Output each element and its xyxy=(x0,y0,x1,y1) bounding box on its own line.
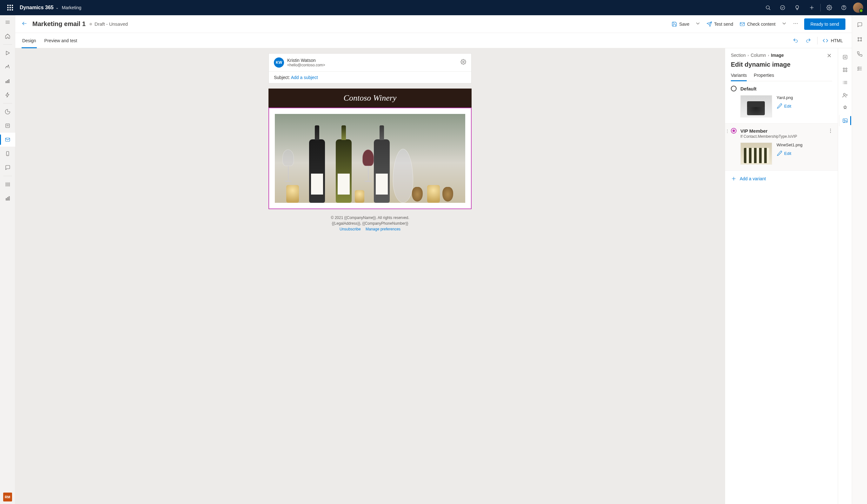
sender-avatar: KW xyxy=(274,57,284,68)
toolbox-styles-icon[interactable] xyxy=(839,102,851,114)
tab-row: Design Preview and test HTML xyxy=(15,33,852,48)
help-icon[interactable] xyxy=(836,0,851,15)
app-badge[interactable]: RM xyxy=(3,493,12,502)
svg-point-48 xyxy=(843,71,845,72)
property-panel: Section › Column › Image Edit dynamic im… xyxy=(725,48,838,504)
svg-point-5 xyxy=(828,7,830,9)
home-icon[interactable] xyxy=(0,29,15,43)
svg-point-56 xyxy=(843,93,845,95)
svg-point-35 xyxy=(463,61,464,63)
banner-title: Contoso Winery xyxy=(344,93,397,103)
svg-rect-27 xyxy=(9,196,9,200)
manage-preferences-link[interactable]: Manage preferences xyxy=(366,227,400,232)
separator xyxy=(820,4,821,11)
nav-play-icon[interactable] xyxy=(0,46,15,60)
svg-point-55 xyxy=(843,84,844,84)
toolbox-add-icon[interactable] xyxy=(839,51,851,63)
variant-radio[interactable] xyxy=(731,128,737,133)
sender-settings-gear-icon[interactable] xyxy=(460,59,466,66)
toolbox-sections-icon[interactable] xyxy=(839,64,851,76)
global-nav-bar: Dynamics 365 ⌄ Marketing xyxy=(0,0,867,15)
phone-icon[interactable] xyxy=(853,47,866,60)
nav-chat-icon[interactable] xyxy=(0,161,15,174)
svg-point-39 xyxy=(830,130,831,131)
variant-vip-member[interactable]: ⋮⋮ VIP Member If Contact.MembershipType.… xyxy=(725,124,838,171)
subject-placeholder-link[interactable]: Add a subject xyxy=(291,75,318,80)
html-toggle-button[interactable]: HTML xyxy=(820,38,845,43)
nav-journeys-icon[interactable] xyxy=(0,60,15,74)
svg-rect-59 xyxy=(843,119,847,122)
nav-library-icon[interactable] xyxy=(0,178,15,191)
nav-reports-icon[interactable] xyxy=(0,191,15,205)
email-banner[interactable]: Contoso Winery xyxy=(268,88,472,108)
variant-edit-link[interactable]: Edit xyxy=(777,150,803,156)
save-label: Save xyxy=(679,22,689,26)
save-button[interactable]: Save xyxy=(668,19,693,30)
selected-image-block[interactable] xyxy=(268,108,472,209)
related-icon[interactable] xyxy=(853,33,866,46)
nav-email-icon[interactable] xyxy=(0,133,15,147)
breadcrumb-image[interactable]: Image xyxy=(771,53,783,58)
drag-handle-icon[interactable]: ⋮⋮ xyxy=(725,129,730,133)
task-check-icon[interactable] xyxy=(775,0,790,15)
sender-name: Kristin Watson xyxy=(287,58,325,63)
test-send-button[interactable]: Test send xyxy=(703,19,736,30)
nav-analytics-icon[interactable] xyxy=(0,74,15,88)
nav-mobile-icon[interactable] xyxy=(0,147,15,161)
app-switcher-chevron-icon[interactable]: ⌄ xyxy=(55,6,59,10)
variant-more-icon[interactable] xyxy=(828,128,833,135)
app-launcher-icon[interactable] xyxy=(2,0,18,15)
redo-icon[interactable] xyxy=(802,34,815,47)
svg-point-47 xyxy=(845,68,847,69)
teams-chat-icon[interactable] xyxy=(853,19,866,31)
tab-design[interactable]: Design xyxy=(22,33,37,48)
lightbulb-icon[interactable] xyxy=(790,0,804,15)
save-chevron-icon[interactable] xyxy=(693,21,703,28)
footer-line-1: © 2021 {{CompanyName}}. All rights reser… xyxy=(272,215,468,221)
html-label: HTML xyxy=(831,38,843,43)
variant-thumbnail[interactable] xyxy=(740,95,772,117)
toolbox-personalization-icon[interactable] xyxy=(839,89,851,101)
nav-segments-icon[interactable] xyxy=(0,105,15,119)
separator xyxy=(3,103,12,104)
more-actions-icon[interactable] xyxy=(790,21,802,28)
back-arrow-icon[interactable] xyxy=(22,21,27,28)
module-name[interactable]: Marketing xyxy=(62,5,81,10)
undo-icon[interactable] xyxy=(789,34,802,47)
add-variant-button[interactable]: Add a variant xyxy=(725,171,838,186)
nav-triggers-icon[interactable] xyxy=(0,88,15,102)
panel-close-icon[interactable] xyxy=(826,53,832,60)
svg-point-60 xyxy=(844,120,845,121)
variant-default[interactable]: Default Yard.png Edit xyxy=(725,81,838,124)
nav-forms-icon[interactable] xyxy=(0,119,15,133)
add-icon[interactable] xyxy=(804,0,819,15)
page-title: Marketing email 1 xyxy=(32,20,86,28)
variant-edit-link[interactable]: Edit xyxy=(777,103,793,109)
separator xyxy=(817,37,817,44)
gear-icon[interactable] xyxy=(822,0,836,15)
variant-radio[interactable] xyxy=(731,86,737,92)
check-content-chevron-icon[interactable] xyxy=(779,21,790,28)
svg-marker-11 xyxy=(6,51,10,55)
unsubscribe-link[interactable]: Unsubscribe xyxy=(340,227,361,232)
search-icon[interactable] xyxy=(761,0,775,15)
breadcrumb-column[interactable]: Column xyxy=(750,53,766,58)
app-title[interactable]: Dynamics 365 xyxy=(20,5,54,10)
toolbox-image-icon[interactable] xyxy=(839,115,851,126)
tasks-icon[interactable] xyxy=(853,62,866,75)
svg-rect-13 xyxy=(7,81,8,83)
ready-to-send-button[interactable]: Ready to send xyxy=(804,19,845,30)
breadcrumb-section[interactable]: Section xyxy=(731,53,746,58)
variant-thumbnail[interactable] xyxy=(740,142,772,165)
toolbox-list-icon[interactable] xyxy=(839,77,851,88)
panel-tab-properties[interactable]: Properties xyxy=(754,73,774,81)
panel-tab-variants[interactable]: Variants xyxy=(731,73,747,81)
svg-point-54 xyxy=(843,82,844,83)
check-content-button[interactable]: Check content xyxy=(736,19,779,30)
tab-preview[interactable]: Preview and test xyxy=(44,33,78,48)
left-nav-rail: RM xyxy=(0,15,15,504)
user-avatar[interactable] xyxy=(853,2,863,13)
svg-point-53 xyxy=(843,81,844,82)
subject-row: Subject: Add a subject xyxy=(269,72,471,83)
hamburger-icon[interactable] xyxy=(0,15,15,29)
